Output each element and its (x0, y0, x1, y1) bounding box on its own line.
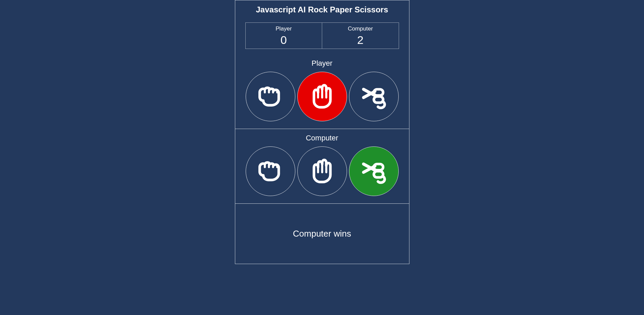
computer-choice-paper (297, 146, 347, 196)
paper-icon (307, 156, 338, 187)
computer-section-label: Computer (235, 134, 409, 142)
player-choices (235, 72, 409, 121)
score-label-computer: Computer (322, 25, 399, 32)
result-section: Computer wins (235, 203, 409, 264)
score-label-player: Player (246, 25, 322, 32)
computer-choice-rock (246, 146, 295, 196)
score-cell-computer: Computer 2 (322, 23, 399, 49)
player-choice-rock[interactable] (246, 72, 295, 121)
scoreboard: Player 0 Computer 2 (235, 22, 409, 59)
page-title: Javascript AI Rock Paper Scissors (235, 0, 409, 22)
score-value-player: 0 (246, 34, 322, 47)
score-value-computer: 2 (322, 34, 399, 47)
player-section-label: Player (235, 59, 409, 68)
game-container: Javascript AI Rock Paper Scissors Player… (235, 0, 409, 264)
rock-icon (255, 156, 286, 187)
player-section: Player (235, 59, 409, 129)
result-text: Computer wins (293, 229, 351, 239)
player-choice-scissors[interactable] (349, 72, 399, 121)
computer-section: Computer (235, 129, 409, 203)
computer-choices (235, 146, 409, 196)
computer-choice-scissors (349, 146, 399, 196)
scissors-icon (358, 156, 389, 187)
score-cell-player: Player 0 (245, 23, 322, 49)
player-choice-paper[interactable] (297, 72, 347, 121)
paper-icon (307, 81, 338, 112)
rock-icon (255, 81, 286, 112)
scissors-icon (358, 81, 389, 112)
